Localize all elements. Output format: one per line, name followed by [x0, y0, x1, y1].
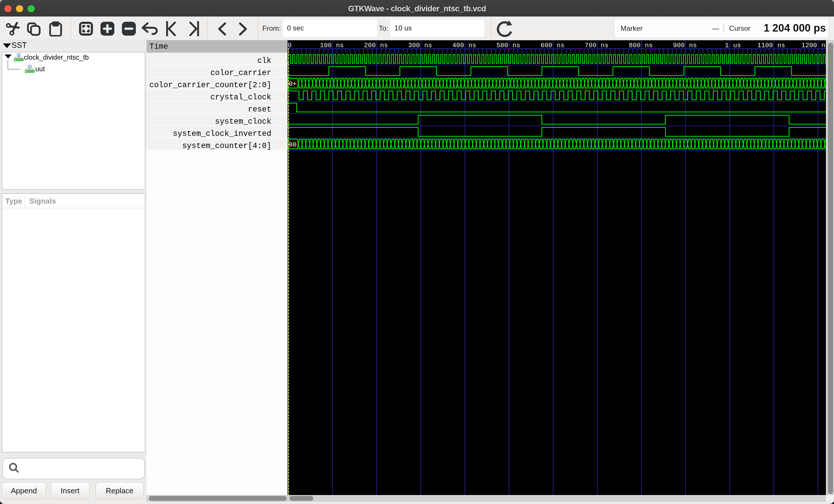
svg-text:ns: ns: [645, 42, 653, 49]
svg-text:0+: 0+: [289, 80, 297, 88]
svg-text:00: 00: [289, 141, 297, 149]
svg-text:1: 1: [725, 42, 729, 49]
svg-text:ns: ns: [777, 42, 785, 49]
svg-text:1200: 1200: [802, 42, 817, 49]
svg-text:500: 500: [496, 42, 508, 49]
svg-text:200: 200: [364, 42, 376, 49]
svg-text:0: 0: [288, 42, 292, 49]
svg-text:ns: ns: [468, 42, 476, 49]
svg-text:ns: ns: [512, 42, 520, 49]
svg-text:ns: ns: [336, 42, 344, 49]
svg-text:900: 900: [673, 42, 685, 49]
svg-text:1100: 1100: [757, 42, 773, 49]
svg-text:ns: ns: [601, 42, 609, 49]
svg-text:100: 100: [320, 42, 332, 49]
svg-text:600: 600: [541, 42, 552, 49]
svg-text:ns: ns: [689, 42, 697, 49]
svg-text:ns: ns: [556, 42, 564, 49]
svg-text:ns: ns: [380, 42, 388, 49]
svg-text:300: 300: [408, 42, 420, 49]
svg-text:400: 400: [452, 42, 464, 49]
svg-text:us: us: [733, 42, 741, 49]
svg-text:ns: ns: [424, 42, 432, 49]
svg-text:800: 800: [629, 42, 640, 49]
svg-text:ns: ns: [821, 42, 826, 49]
svg-text:700: 700: [585, 42, 596, 49]
